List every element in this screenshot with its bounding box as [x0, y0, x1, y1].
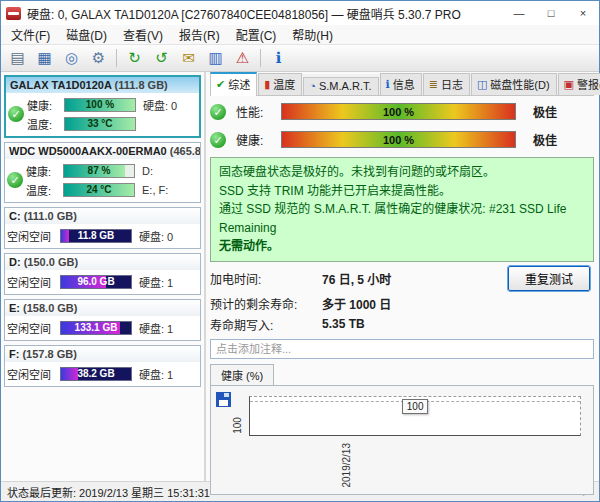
menu-config[interactable]: 配置(C): [228, 24, 285, 45]
toolbar-disk-search-button[interactable]: ◎: [59, 47, 84, 70]
toolbar-alert-button[interactable]: ⚠: [230, 47, 255, 70]
minimize-button[interactable]: —: [503, 1, 535, 25]
app-icon: [6, 7, 21, 20]
info-icon: ℹ: [276, 49, 282, 67]
alert-icon: ▣: [564, 79, 574, 90]
tab-information[interactable]: ℹ 信息: [380, 73, 422, 95]
disk-size: (111.8 GB): [115, 79, 168, 91]
save-chart-icon[interactable]: [216, 392, 231, 407]
health-bar: 100 %: [64, 98, 136, 112]
thermometer-icon: ▮: [264, 79, 270, 90]
free-space-bar: 11.8 GB: [60, 229, 132, 243]
smart-icon: ◔: [309, 81, 316, 92]
tab-log[interactable]: ≣ 日志: [423, 73, 470, 95]
tab-label: S.M.A.R.T.: [319, 80, 372, 92]
status-line: 固态硬盘状态是极好的。未找到有问题的或坏扇区。: [219, 163, 585, 182]
power-on-time-row: 加电时间: 76 日, 5 小时 重复测试: [210, 266, 594, 291]
menu-disk[interactable]: 磁盘(D): [58, 24, 115, 45]
comment-input[interactable]: [210, 339, 594, 359]
sidebar-volume-f[interactable]: F: (157.8 GB) 空闲空间 38.2 GB 硬盘: 1: [4, 345, 201, 387]
health-chart-tab[interactable]: 健康 (%): [210, 364, 274, 385]
menu-view[interactable]: 查看(V): [115, 24, 171, 45]
status-text-box: 固态硬盘状态是极好的。未找到有问题的或坏扇区。 SSD 支持 TRIM 功能并已…: [210, 157, 594, 262]
tab-smart[interactable]: ◔ S.M.A.R.T.: [303, 77, 378, 95]
tab-alerts[interactable]: ▣ 警报(A): [558, 73, 600, 95]
app-window: 硬盘: 0, GALAX TA1D0120A [C27607840CEE0481…: [0, 0, 600, 502]
toolbar-hard-disk-button[interactable]: ▤: [5, 47, 30, 70]
tab-temperature[interactable]: ▮ 温度: [258, 73, 302, 95]
health-label: 健康:: [236, 131, 274, 148]
chart-x-tick: 2019/2/13: [341, 443, 352, 488]
tabstrip: ✔ 综述 ▮ 温度 ◔ S.M.A.R.T. ℹ 信息 ≣ 日志: [210, 74, 594, 96]
toolbar-disk-surface-button[interactable]: ▦: [32, 47, 57, 70]
tab-disk-performance[interactable]: ◫ 磁盘性能(D): [471, 73, 557, 95]
toolbar-disk-settings-button[interactable]: ⚙: [86, 47, 111, 70]
chart-plot-area: 100: [249, 396, 581, 436]
health-bar: 100 %: [281, 131, 516, 148]
refresh-all-icon: ↺: [155, 49, 168, 67]
health-ok-icon: ✓: [8, 106, 24, 122]
disk-header[interactable]: GALAX TA1D0120A (111.8 GB): [6, 77, 199, 93]
free-space-value: 133.1 GB: [61, 322, 131, 334]
maximize-button[interactable]: □: [535, 1, 567, 25]
health-label: 健康:: [26, 163, 60, 179]
volume-name: C:: [9, 210, 21, 222]
free-space-value: 38.2 GB: [61, 368, 131, 380]
mail-icon: ✉: [182, 49, 195, 67]
toolbar-mail-button[interactable]: ✉: [176, 47, 201, 70]
chart-icon: ▥: [208, 49, 222, 67]
remaining-lifetime-value: 多于 1000 日: [322, 295, 391, 312]
sidebar-volume-c[interactable]: C: (111.0 GB) 空闲空间 11.8 GB 硬盘: 0: [4, 207, 201, 249]
disk-number: 硬盘: 1: [135, 274, 197, 290]
menu-file[interactable]: 文件(F): [3, 24, 58, 45]
health-row: ✓ 健康: 100 % 极佳: [210, 127, 594, 152]
health-value: 100 %: [65, 99, 135, 111]
toolbar-refresh-all-button[interactable]: ↺: [149, 47, 174, 70]
remaining-lifetime-label: 预计的剩余寿命:: [210, 295, 322, 312]
tab-label: 温度: [273, 76, 295, 92]
volume-name: E:: [9, 302, 20, 314]
performance-row: ✓ 性能: 100 % 极佳: [210, 99, 594, 124]
health-value: 87 %: [64, 165, 134, 177]
volume-size: (157.8 GB): [22, 348, 76, 360]
tab-label: 日志: [441, 76, 463, 92]
info-icon: ℹ: [386, 79, 390, 90]
menu-help[interactable]: 帮助(H): [284, 24, 341, 45]
performance-icon: ◫: [477, 79, 487, 90]
sidebar-disk-1[interactable]: WDC WD5000AAKX-00ERMA0 (465.8 GB) ✓ 健康: …: [4, 142, 201, 203]
menu-report[interactable]: 报告(R): [171, 24, 228, 45]
sidebar-volume-d[interactable]: D: (150.0 GB) 空闲空间 96.0 GB 硬盘: 1: [4, 253, 201, 295]
volume-size: (111.0 GB): [24, 210, 77, 222]
sidebar: GALAX TA1D0120A (111.8 GB) ✓ 健康: 100 % 硬…: [1, 72, 206, 481]
volume-size: (158.0 GB): [23, 302, 77, 314]
health-ok-icon: ✓: [210, 132, 226, 148]
volume-header[interactable]: E: (158.0 GB): [5, 300, 200, 316]
tab-label: 警报(A): [577, 76, 600, 92]
retest-button[interactable]: 重复测试: [508, 266, 590, 291]
toolbar: ▤ ▦ ◎ ⚙ ↻ ↺ ✉ ▥ ⚠ ℹ: [1, 45, 599, 72]
toolbar-chart-button[interactable]: ▥: [203, 47, 228, 70]
performance-rating: 极佳: [533, 103, 557, 120]
disk-volumes: D:: [138, 165, 197, 177]
toolbar-info-button[interactable]: ℹ: [266, 47, 291, 70]
free-space-label: 空闲空间: [7, 320, 57, 336]
volume-header[interactable]: D: (150.0 GB): [5, 254, 200, 270]
log-icon: ≣: [429, 79, 438, 90]
volume-header[interactable]: F: (157.8 GB): [5, 346, 200, 362]
temperature-bar: 24 °C: [63, 183, 135, 197]
alert-icon: ⚠: [236, 49, 249, 67]
chart-point-tooltip: 100: [402, 399, 429, 414]
tab-overview[interactable]: ✔ 综述: [210, 72, 257, 96]
lifetime-writes-row: 寿命期写入: 5.35 TB: [210, 316, 594, 333]
status-line: SSD 支持 TRIM 功能并已开启来提高性能。: [219, 182, 585, 201]
close-button[interactable]: ×: [567, 1, 599, 25]
sidebar-disk-0[interactable]: GALAX TA1D0120A (111.8 GB) ✓ 健康: 100 % 硬…: [4, 75, 201, 138]
sidebar-volume-e[interactable]: E: (158.0 GB) 空闲空间 133.1 GB 硬盘: 1: [4, 299, 201, 341]
free-space-bar: 133.1 GB: [60, 321, 132, 335]
volume-header[interactable]: C: (111.0 GB): [5, 208, 200, 224]
health-chart-section: 健康 (%) 100 100 2019/2/13: [210, 364, 594, 479]
free-space-value: 11.8 GB: [61, 230, 131, 242]
disk-surface-icon: ▦: [37, 49, 51, 67]
disk-header[interactable]: WDC WD5000AAKX-00ERMA0 (465.8 GB): [5, 143, 200, 159]
toolbar-refresh-button[interactable]: ↻: [122, 47, 147, 70]
